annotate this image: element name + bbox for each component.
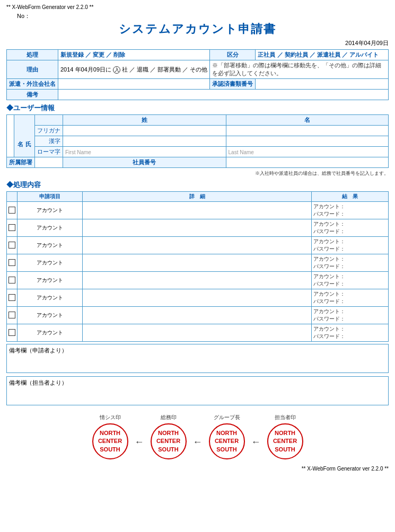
detail-cell-2	[83, 237, 312, 254]
checkbox-cell-7[interactable]	[7, 324, 17, 342]
result-cell-7: アカウント： パスワード：	[312, 324, 389, 342]
user-info-table: 氏名 姓 名 フリガナ 漢字 ローマ字 First Name Last Name…	[6, 114, 389, 168]
detail-cell-0	[83, 202, 312, 219]
emp-no-label: 社員番号	[63, 157, 226, 168]
reason-date: 2014 年04月09日に 入 社 ／ 退職 ／ 部署異動 ／ その他	[58, 60, 210, 79]
checkbox-5[interactable]	[8, 294, 15, 301]
checkbox-4[interactable]	[8, 277, 15, 283]
item-cell-1: アカウント	[17, 219, 83, 237]
checkbox-cell-4[interactable]	[7, 272, 17, 289]
name-rotate-label: 氏名	[14, 115, 35, 157]
memo-staff-box: 備考欄（担当者より）	[6, 376, 389, 405]
approval-label: 承認済書類番号	[210, 79, 256, 90]
stamp-tantou: 担当者印 NORTH CENTER SOUTH	[267, 414, 303, 459]
footer-generator: ** X-WebForm Generator ver 2.2.0 **	[6, 466, 389, 472]
approval-value	[256, 79, 389, 90]
checkbox-3[interactable]	[8, 259, 15, 266]
detail-cell-1	[83, 219, 312, 237]
checkbox-cell-6[interactable]	[7, 307, 17, 324]
stamp-group-leader-circle: NORTH CENTER SOUTH	[209, 423, 245, 459]
processing-title: ◆処理内容	[6, 180, 389, 190]
processing-row-0: アカウントアカウント： パスワード：	[7, 202, 389, 219]
arrow-1: ←	[133, 437, 146, 448]
detail-cell-3	[83, 254, 312, 272]
item-cell-7: アカウント	[17, 324, 83, 342]
col-check	[7, 192, 17, 202]
dept-label: 所属部署	[7, 157, 35, 168]
stamp-tantou-label: 担当者印	[275, 414, 296, 421]
arrow-2: ←	[191, 437, 205, 448]
furigana-sei	[63, 126, 226, 136]
stamp-joshisin: 情シス印 NORTH CENTER SOUTH	[92, 414, 128, 459]
checkbox-1[interactable]	[8, 224, 15, 231]
stamp-somu-label: 総務印	[161, 414, 177, 421]
reason-note: ※「部署移動」の際は欄考欄に移動先を、「その他」の際は詳細を必ず記入してください…	[210, 60, 389, 79]
kanji-mei	[226, 136, 388, 147]
col-result-header: 結 果	[312, 192, 389, 202]
item-cell-0: アカウント	[17, 202, 83, 219]
checkbox-cell-5[interactable]	[7, 289, 17, 307]
kanji-label: 漢字	[35, 136, 63, 147]
detail-cell-7	[83, 324, 312, 342]
category-label: 区分	[210, 50, 256, 60]
category-options: 正社員 ／ 契約社員 ／ 派遣社員 ／ アルバイト	[256, 50, 389, 60]
user-info-title: ◆ユーザー情報	[6, 103, 389, 113]
detail-cell-4	[83, 272, 312, 289]
reason-label: 理由	[7, 60, 58, 79]
stamp-group-leader-label: グループ長	[214, 414, 240, 421]
mei-header: 名	[226, 115, 388, 126]
result-cell-0: アカウント： パスワード：	[312, 202, 389, 219]
result-cell-6: アカウント： パスワード：	[312, 307, 389, 324]
processing-options: 新規登録 ／ 変更 ／ 削除	[58, 50, 210, 60]
emp-note: ※入社時や派遣社員の場合は、総務で社員番号を記入します。	[6, 170, 389, 177]
item-cell-6: アカウント	[17, 307, 83, 324]
processing-row-3: アカウントアカウント： パスワード：	[7, 254, 389, 272]
circle-kaisha: 入	[113, 66, 120, 74]
col-detail-header: 詳 細	[83, 192, 312, 202]
memo-staff-label: 備考欄（担当者より）	[9, 379, 386, 387]
checkbox-cell-2[interactable]	[7, 237, 17, 254]
memo-applicant-label: 備考欄（申請者より）	[9, 347, 386, 354]
processing-row-6: アカウントアカウント： パスワード：	[7, 307, 389, 324]
checkbox-0[interactable]	[8, 207, 15, 214]
checkbox-cell-3[interactable]	[7, 254, 17, 272]
stamp-somu-circle: NORTH CENTER SOUTH	[151, 423, 187, 459]
top-form-table: 処理 新規登録 ／ 変更 ／ 削除 区分 正社員 ／ 契約社員 ／ 派遣社員 ／…	[6, 49, 389, 100]
result-cell-5: アカウント： パスワード：	[312, 289, 389, 307]
processing-table: 申請項目 詳 細 結 果 アカウントアカウント： パスワード：アカウントアカウン…	[6, 191, 389, 342]
dispatch-label: 派遣・外注会社名	[7, 79, 58, 90]
stamp-joshisin-circle: NORTH CENTER SOUTH	[92, 423, 128, 459]
doc-title: システムアカウント申請書	[6, 21, 389, 37]
stamp-somu: 総務印 NORTH CENTER SOUTH	[151, 414, 187, 459]
checkbox-6[interactable]	[8, 312, 15, 318]
roman-label: ローマ字	[35, 147, 63, 157]
stamp-joshisin-label: 情シス印	[100, 414, 121, 421]
header-generator: ** X-WebForm Generator ver 2.2.0 **	[6, 4, 389, 10]
stamp-group-leader: グループ長 NORTH CENTER SOUTH	[209, 414, 245, 459]
col-item-header: 申請項目	[17, 192, 83, 202]
checkbox-cell-1[interactable]	[7, 219, 17, 237]
result-cell-1: アカウント： パスワード：	[312, 219, 389, 237]
checkbox-2[interactable]	[8, 242, 15, 249]
arrow-3: ←	[249, 437, 263, 448]
processing-row-7: アカウントアカウント： パスワード：	[7, 324, 389, 342]
remarks-label: 備考	[7, 90, 58, 100]
processing-label: 処理	[7, 50, 58, 60]
dispatch-value	[58, 79, 210, 90]
memo-applicant-box: 備考欄（申請者より）	[6, 344, 389, 373]
processing-row-2: アカウントアカウント： パスワード：	[7, 237, 389, 254]
checkbox-cell-0[interactable]	[7, 202, 17, 219]
roman-last: Last Name	[226, 147, 388, 157]
checkbox-7[interactable]	[8, 329, 15, 336]
detail-cell-5	[83, 289, 312, 307]
dept-value	[35, 157, 63, 168]
furigana-mei	[226, 126, 388, 136]
result-cell-4: アカウント： パスワード：	[312, 272, 389, 289]
result-cell-2: アカウント： パスワード：	[312, 237, 389, 254]
detail-cell-6	[83, 307, 312, 324]
item-cell-4: アカウント	[17, 272, 83, 289]
item-cell-2: アカウント	[17, 237, 83, 254]
emp-no-value	[226, 157, 388, 168]
date-line: 2014年04月09日	[6, 39, 389, 47]
no-line: No：	[17, 12, 389, 20]
